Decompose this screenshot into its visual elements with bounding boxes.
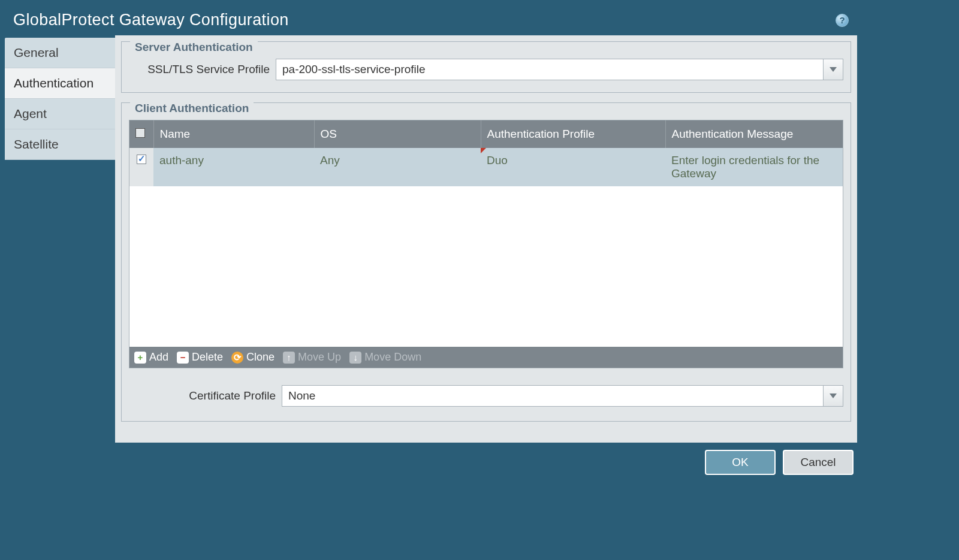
column-os[interactable]: OS: [314, 120, 481, 148]
column-auth-message[interactable]: Authentication Message: [665, 120, 843, 148]
move-down-label: Move Down: [364, 351, 421, 364]
tab-general[interactable]: General: [5, 38, 115, 68]
column-name[interactable]: Name: [153, 120, 314, 148]
move-up-label: Move Up: [298, 351, 341, 364]
dialog-footer: OK Cancel: [0, 443, 862, 482]
header-checkbox-cell[interactable]: [129, 120, 153, 148]
delete-button[interactable]: − Delete: [177, 351, 223, 364]
column-auth-profile[interactable]: Authentication Profile: [481, 120, 665, 148]
clone-button[interactable]: ⟳ Clone: [231, 351, 275, 364]
table-toolbar: + Add − Delete ⟳ Clone ↑: [129, 347, 843, 368]
clone-label: Clone: [246, 351, 275, 364]
dialog-header: GlobalProtect Gateway Configuration ?: [0, 0, 862, 35]
tab-authentication[interactable]: Authentication: [5, 68, 115, 99]
server-authentication-legend: Server Authentication: [130, 41, 258, 54]
clone-icon: ⟳: [231, 352, 243, 364]
certificate-profile-label: Certificate Profile: [129, 389, 282, 402]
header-checkbox-icon[interactable]: [135, 128, 145, 138]
delete-label: Delete: [192, 351, 223, 364]
client-auth-table: Name OS Authentication Profile Authentic…: [129, 120, 843, 186]
arrow-up-icon: ↑: [283, 352, 295, 364]
certificate-profile-value[interactable]: None: [282, 385, 823, 407]
ok-button[interactable]: OK: [705, 450, 776, 475]
server-authentication-fieldset: Server Authentication SSL/TLS Service Pr…: [121, 41, 851, 93]
dialog-title: GlobalProtect Gateway Configuration: [13, 11, 289, 29]
table-row[interactable]: auth-any Any Duo Enter login credentials…: [129, 148, 843, 186]
ssl-tls-value[interactable]: pa-200-ssl-tls-service-profile: [276, 59, 823, 80]
chevron-down-icon: [829, 66, 837, 72]
arrow-down-icon: ↓: [349, 352, 361, 364]
tab-satellite[interactable]: Satellite: [5, 129, 115, 160]
tab-agent[interactable]: Agent: [5, 99, 115, 129]
ssl-tls-label: SSL/TLS Service Profile: [129, 63, 276, 76]
cell-os[interactable]: Any: [314, 148, 481, 186]
cancel-button[interactable]: Cancel: [783, 450, 854, 475]
dialog-body: General Authentication Agent Satellite S…: [0, 35, 862, 443]
cell-auth-profile[interactable]: Duo: [481, 148, 665, 186]
certificate-profile-dropdown[interactable]: None: [282, 385, 843, 407]
table-empty-area: [129, 186, 843, 347]
certificate-profile-row: Certificate Profile None: [129, 385, 843, 407]
minus-icon: −: [177, 352, 189, 364]
chevron-down-icon: [829, 393, 837, 399]
cell-auth-message[interactable]: Enter login credentials for the Gateway: [665, 148, 843, 186]
row-checkbox-cell[interactable]: [129, 148, 153, 186]
ssl-tls-row: SSL/TLS Service Profile pa-200-ssl-tls-s…: [129, 59, 843, 80]
table-header-row: Name OS Authentication Profile Authentic…: [129, 120, 843, 148]
client-authentication-fieldset: Client Authentication Name OS Authentica…: [121, 102, 851, 422]
ssl-tls-dropdown[interactable]: pa-200-ssl-tls-service-profile: [276, 59, 843, 80]
tab-list: General Authentication Agent Satellite: [5, 38, 115, 443]
move-down-button: ↓ Move Down: [349, 351, 421, 364]
ssl-tls-dropdown-button[interactable]: [823, 59, 843, 80]
svg-marker-1: [830, 393, 837, 398]
move-up-button: ↑ Move Up: [283, 351, 341, 364]
add-button[interactable]: + Add: [134, 351, 168, 364]
row-checkbox-icon[interactable]: [137, 155, 146, 164]
help-icon[interactable]: ?: [836, 14, 849, 27]
cell-name[interactable]: auth-any: [153, 148, 314, 186]
main-panel: Server Authentication SSL/TLS Service Pr…: [115, 35, 857, 443]
client-auth-table-container: Name OS Authentication Profile Authentic…: [129, 120, 843, 368]
add-label: Add: [149, 351, 168, 364]
svg-marker-0: [830, 67, 837, 72]
certificate-profile-dropdown-button[interactable]: [823, 385, 843, 407]
plus-icon: +: [134, 352, 146, 364]
client-authentication-legend: Client Authentication: [130, 102, 254, 115]
dialog-window: GlobalProtect Gateway Configuration ? Ge…: [0, 0, 862, 500]
